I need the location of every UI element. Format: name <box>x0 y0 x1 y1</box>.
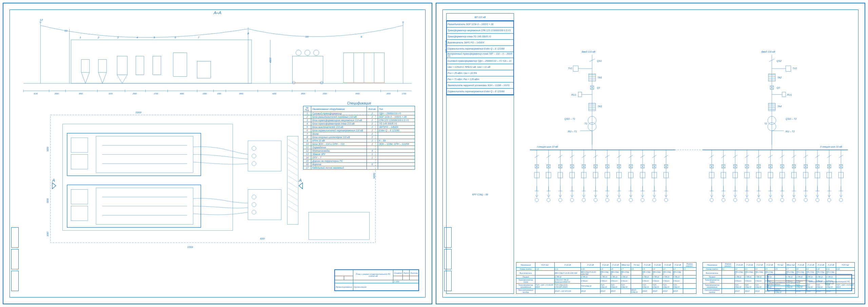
svg-line-100 <box>288 164 298 170</box>
svg-text:1700: 1700 <box>402 93 406 95</box>
svg-rect-76 <box>71 154 88 169</box>
svg-text:Ввод 110 кВ: Ввод 110 кВ <box>762 51 775 53</box>
elevation-view: 3130200038903370250027003600200015003890… <box>13 13 422 106</box>
header-vl: ВЛ 110 кВ <box>446 13 514 21</box>
svg-text:3130: 3130 <box>34 93 38 95</box>
svg-rect-14 <box>197 61 211 78</box>
svg-point-90 <box>252 161 256 166</box>
svg-text:2000: 2000 <box>202 93 207 95</box>
svg-point-364 <box>757 198 761 202</box>
svg-text:6000: 6000 <box>46 147 49 151</box>
mast-icon <box>40 21 403 83</box>
svg-rect-91 <box>248 189 281 220</box>
svg-point-93 <box>252 203 256 207</box>
svg-line-105 <box>288 194 298 200</box>
svg-text:8200: 8200 <box>260 237 265 240</box>
svg-point-211 <box>558 198 562 202</box>
svg-text:RU – T1: RU – T1 <box>568 130 577 133</box>
svg-point-319 <box>816 198 819 202</box>
svg-text:1: 1 <box>80 36 81 39</box>
svg-rect-87 <box>248 141 281 171</box>
svg-text:7: 7 <box>198 36 199 39</box>
svg-text:QS2: QS2 <box>777 60 782 62</box>
svg-text:QSG – T1: QSG – T1 <box>565 118 575 120</box>
svg-text:8: 8 <box>248 32 249 35</box>
svg-point-247 <box>606 198 609 202</box>
svg-text:2: 2 <box>97 36 99 39</box>
svg-text:2700: 2700 <box>154 93 158 95</box>
svg-text:1500: 1500 <box>217 93 221 95</box>
svg-text:3890: 3890 <box>239 93 243 95</box>
svg-rect-10 <box>117 56 127 75</box>
svg-rect-7 <box>71 40 252 83</box>
svg-point-301 <box>839 198 843 202</box>
svg-line-101 <box>288 170 298 176</box>
svg-text:2500: 2500 <box>132 93 137 95</box>
side-label-zru: ЗРУ 110 кВ <box>445 40 447 53</box>
svg-point-373 <box>745 198 749 202</box>
svg-point-274 <box>641 198 644 202</box>
svg-text:23000: 23000 <box>135 111 142 114</box>
section-mark-right: A <box>299 178 302 183</box>
svg-rect-9 <box>98 59 106 72</box>
svg-line-96 <box>288 139 298 145</box>
svg-point-94 <box>252 210 256 214</box>
svg-rect-81 <box>71 189 88 204</box>
svg-line-103 <box>288 182 298 188</box>
svg-point-346 <box>781 198 784 202</box>
svg-text:2065: 2065 <box>386 93 391 95</box>
svg-text:12: 12 <box>40 18 43 21</box>
svg-text:31500: 31500 <box>187 246 193 248</box>
svg-text:Q2: Q2 <box>777 87 780 89</box>
svg-text:RU1: RU1 <box>571 94 576 96</box>
svg-text:Ввод 110 кВ: Ввод 110 кВ <box>582 51 595 53</box>
svg-text:4: 4 <box>137 36 138 39</box>
svg-text:TA3: TA3 <box>598 105 602 108</box>
svg-point-355 <box>769 198 772 202</box>
svg-text:6000: 6000 <box>46 198 49 203</box>
svg-rect-165 <box>782 92 786 97</box>
svg-rect-120 <box>573 66 578 71</box>
svg-point-391 <box>722 198 725 202</box>
svg-rect-115 <box>309 212 369 239</box>
svg-point-283 <box>653 198 656 202</box>
svg-text:RU – T2: RU – T2 <box>786 130 795 133</box>
svg-text:13: 13 <box>64 29 67 32</box>
svg-text:5: 5 <box>154 36 155 39</box>
title-block: План и разрез ответвительной ПС 110/10 к… <box>334 269 419 291</box>
svg-rect-95 <box>288 136 298 224</box>
svg-text:I секция шин 10 кВ: I секция шин 10 кВ <box>537 146 558 148</box>
svg-point-92 <box>252 195 256 199</box>
svg-text:TV1: TV1 <box>568 67 572 70</box>
svg-rect-75 <box>71 138 88 152</box>
kru-icon <box>343 53 384 82</box>
svg-point-193 <box>535 198 538 202</box>
drawing-sheet-1: A–A <box>3 3 432 304</box>
svg-point-16 <box>296 50 301 55</box>
svg-point-382 <box>733 198 737 202</box>
svg-text:3: 3 <box>117 36 119 39</box>
svg-text:II секция шин 10 кВ: II секция шин 10 кВ <box>820 146 842 148</box>
section-mark-left: A <box>52 178 55 183</box>
svg-line-97 <box>288 145 298 151</box>
svg-text:TV2: TV2 <box>793 67 797 70</box>
svg-point-310 <box>827 198 831 202</box>
svg-point-400 <box>710 198 713 202</box>
svg-line-106 <box>288 200 298 206</box>
svg-line-99 <box>288 157 298 164</box>
svg-point-17 <box>305 50 310 55</box>
trafo-pad-icon <box>248 141 281 220</box>
feeder-table-bus1: НазначениеТСН №1Л 10 кВЛ 10 кВЛ 10 кВЛ 1… <box>516 262 696 294</box>
svg-text:9: 9 <box>360 35 362 38</box>
cable-trough-icon <box>288 136 298 224</box>
svg-text:Q1: Q1 <box>597 87 600 89</box>
svg-text:QS1: QS1 <box>597 60 602 62</box>
svg-line-104 <box>288 188 298 194</box>
specification-table: Спецификация № Поз. Наименование оборудо… <box>303 101 415 170</box>
svg-text:2500: 2500 <box>322 93 327 95</box>
svg-text:4200: 4200 <box>272 93 277 95</box>
svg-point-328 <box>804 198 807 202</box>
svg-line-98 <box>288 151 298 157</box>
svg-rect-8 <box>81 59 90 72</box>
svg-text:T2: T2 <box>764 122 767 125</box>
